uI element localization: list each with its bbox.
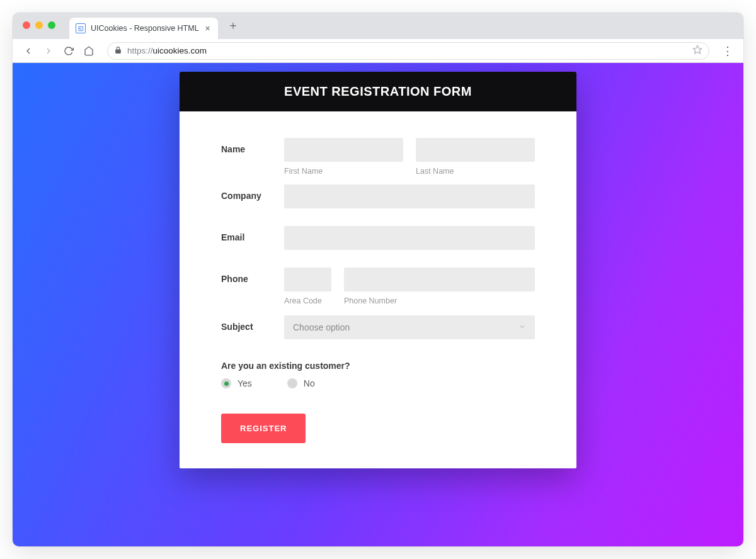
- window-close-icon[interactable]: [23, 21, 30, 29]
- forward-button[interactable]: [39, 42, 58, 60]
- label-subject: Subject: [221, 315, 284, 339]
- subject-select[interactable]: Choose option: [284, 315, 535, 339]
- browser-window: ◱ UICookies - Responsive HTML × ＋: [13, 13, 743, 546]
- existing-customer-question: Are you an existing customer?: [221, 361, 535, 371]
- registration-form-card: EVENT REGISTRATION FORM Name First Name: [180, 72, 576, 468]
- sublabel-area-code: Area Code: [284, 296, 331, 305]
- back-button[interactable]: [19, 42, 38, 60]
- subject-select-value: Choose option: [293, 322, 350, 332]
- option-yes-label: Yes: [238, 378, 252, 388]
- company-input[interactable]: [284, 184, 535, 208]
- home-button[interactable]: [79, 42, 98, 60]
- phone-number-input[interactable]: [344, 268, 535, 291]
- option-no-label: No: [304, 378, 315, 388]
- label-email: Email: [221, 226, 284, 250]
- existing-customer-options: Yes No: [221, 378, 535, 388]
- last-name-input[interactable]: [416, 138, 535, 162]
- sublabel-last-name: Last Name: [416, 167, 535, 176]
- option-no[interactable]: No: [287, 378, 315, 388]
- window-controls: [23, 21, 55, 29]
- tab-title: UICookies - Responsive HTML: [91, 24, 199, 33]
- lock-icon: [114, 46, 122, 56]
- email-input[interactable]: [284, 226, 535, 250]
- sublabel-first-name: First Name: [284, 167, 403, 176]
- sublabel-phone-number: Phone Number: [344, 296, 535, 305]
- form-header: EVENT REGISTRATION FORM: [180, 72, 576, 111]
- page-viewport: EVENT REGISTRATION FORM Name First Name: [13, 63, 743, 546]
- browser-tab[interactable]: ◱ UICookies - Responsive HTML ×: [69, 18, 218, 39]
- new-tab-button[interactable]: ＋: [224, 16, 242, 34]
- label-company: Company: [221, 184, 284, 208]
- reload-button[interactable]: [59, 42, 78, 60]
- label-name: Name: [221, 138, 284, 176]
- url-text: https://uicookies.com: [127, 46, 207, 55]
- radio-icon: [287, 378, 297, 388]
- option-yes[interactable]: Yes: [221, 378, 252, 388]
- register-button[interactable]: REGISTER: [221, 414, 306, 443]
- area-code-input[interactable]: [284, 268, 331, 291]
- svg-marker-0: [693, 45, 701, 54]
- chevron-down-icon: [518, 322, 526, 332]
- favicon-icon: ◱: [76, 23, 86, 33]
- address-bar[interactable]: https://uicookies.com: [107, 42, 709, 60]
- window-minimize-icon[interactable]: [35, 21, 43, 29]
- tab-strip: ◱ UICookies - Responsive HTML × ＋: [13, 13, 743, 39]
- browser-menu-button[interactable]: ⋮: [718, 44, 737, 58]
- tab-close-icon[interactable]: ×: [204, 23, 212, 33]
- label-phone: Phone: [221, 268, 284, 305]
- first-name-input[interactable]: [284, 138, 403, 162]
- browser-toolbar: https://uicookies.com ⋮: [13, 39, 743, 63]
- bookmark-star-icon[interactable]: [692, 45, 702, 57]
- window-maximize-icon[interactable]: [48, 21, 55, 29]
- radio-icon: [221, 378, 231, 388]
